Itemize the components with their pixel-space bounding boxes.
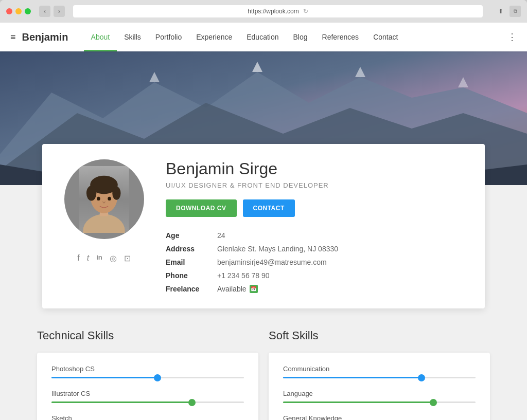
skill-photoshop: Photoshop CS — [51, 365, 244, 378]
skill-illustrator-dot[interactable] — [188, 399, 196, 406]
forward-button[interactable]: › — [54, 6, 65, 17]
instagram-icon[interactable]: ⊡ — [124, 253, 131, 263]
skill-illustrator-fill — [51, 401, 192, 403]
skill-language: Language — [283, 390, 476, 403]
nav-menu: About Skills Portfolio Experience Educat… — [84, 23, 507, 51]
svg-point-16 — [108, 196, 111, 200]
technical-skills-title: Technical Skills — [37, 329, 258, 342]
nav-item-references[interactable]: References — [315, 23, 366, 51]
profile-info: Age 24 Address Glenlake St. Mays Landing… — [166, 231, 464, 293]
nav-item-blog[interactable]: Blog — [286, 23, 315, 51]
skill-language-dot[interactable] — [430, 399, 437, 406]
skill-general-knowledge-label: General Knowledge — [283, 414, 476, 420]
address-label: Address — [166, 245, 217, 253]
freelance-value: Available 📅 — [217, 285, 464, 293]
skill-general-knowledge: General Knowledge — [283, 414, 476, 420]
skill-illustrator-bar[interactable] — [51, 401, 244, 403]
browser-chrome: ‹ › https://wplook.com ↻ ⬆ ⧉ — [0, 0, 527, 23]
skill-photoshop-bar[interactable] — [51, 377, 244, 378]
website-content: ≡ Benjamin About Skills Portfolio Experi… — [0, 23, 527, 420]
skill-communication-bar[interactable] — [283, 377, 476, 378]
skills-section: Technical Skills Photoshop CS Illustrato… — [0, 308, 527, 420]
profile-card: f t in ◎ ⊡ Benjamin Sirge UI/UX DESIGNER… — [42, 144, 485, 308]
more-menu-icon[interactable]: ⋮ — [507, 31, 517, 43]
technical-skills-block: Technical Skills Photoshop CS Illustrato… — [37, 329, 258, 420]
skill-photoshop-fill — [51, 377, 157, 378]
maximize-dot[interactable] — [25, 8, 31, 14]
phone-label: Phone — [166, 271, 217, 280]
browser-titlebar: ‹ › https://wplook.com ↻ ⬆ ⧉ — [0, 0, 527, 23]
skill-communication: Communication — [283, 365, 476, 378]
address-bar[interactable]: https://wplook.com ↻ — [73, 5, 483, 17]
email-label: Email — [166, 258, 217, 266]
nav-item-skills[interactable]: Skills — [117, 23, 148, 51]
profile-right: Benjamin Sirge UI/UX DESIGNER & FRONT EN… — [166, 159, 464, 293]
skill-language-bar[interactable] — [283, 401, 476, 403]
address-value: Glenlake St. Mays Landing, NJ 08330 — [217, 245, 464, 253]
age-label: Age — [166, 231, 217, 240]
url-text: https://wplook.com — [248, 8, 298, 15]
skill-communication-fill — [283, 377, 421, 378]
soft-skills-block: Soft Skills Communication Language — [269, 329, 490, 420]
soft-skills-title: Soft Skills — [269, 329, 490, 342]
skill-illustrator-label: Illustrator CS — [51, 390, 244, 397]
nav-item-education[interactable]: Education — [239, 23, 286, 51]
avatar — [64, 159, 144, 239]
skill-sketch: Sketch — [51, 414, 244, 420]
browser-actions: ⬆ ⧉ — [495, 6, 521, 17]
svg-point-13 — [86, 186, 97, 200]
svg-point-14 — [112, 186, 120, 199]
browser-nav: ‹ › — [39, 6, 65, 17]
nav-item-portfolio[interactable]: Portfolio — [148, 23, 189, 51]
skill-photoshop-label: Photoshop CS — [51, 365, 244, 373]
nav-item-contact[interactable]: Contact — [366, 23, 405, 51]
nav-item-experience[interactable]: Experience — [189, 23, 239, 51]
svg-point-15 — [97, 196, 100, 200]
close-dot[interactable] — [6, 8, 12, 14]
skill-communication-label: Communication — [283, 365, 476, 373]
calendar-icon: 📅 — [250, 285, 258, 293]
profile-section: f t in ◎ ⊡ Benjamin Sirge UI/UX DESIGNER… — [0, 144, 527, 308]
technical-skills-card: Photoshop CS Illustrator CS Sk — [37, 353, 258, 420]
skill-language-label: Language — [283, 390, 476, 397]
nav-item-about[interactable]: About — [84, 23, 117, 51]
brand-name[interactable]: Benjamin — [22, 31, 68, 43]
linkedin-icon[interactable]: in — [96, 253, 102, 263]
freelance-label: Freelance — [166, 285, 217, 293]
window-toggle-icon[interactable]: ⧉ — [510, 6, 521, 17]
skill-sketch-label: Sketch — [51, 414, 244, 420]
skill-illustrator: Illustrator CS — [51, 390, 244, 403]
reload-icon[interactable]: ↻ — [303, 8, 308, 15]
profile-name: Benjamin Sirge — [166, 159, 464, 178]
avatar-image — [73, 166, 135, 233]
twitter-icon[interactable]: t — [87, 253, 89, 263]
social-links: f t in ◎ ⊡ — [77, 253, 130, 263]
soft-skills-card: Communication Language General — [269, 353, 490, 420]
profile-job-title: UI/UX DESIGNER & FRONT END DEVELOPER — [166, 181, 464, 189]
skill-language-fill — [283, 401, 433, 403]
navbar: ≡ Benjamin About Skills Portfolio Experi… — [0, 23, 527, 51]
email-value: benjaminsirje49@matresume.com — [217, 258, 464, 266]
download-cv-button[interactable]: DOWNLOAD CV — [166, 199, 237, 217]
contact-button[interactable]: CONTACT — [243, 199, 295, 217]
browser-dots — [6, 8, 31, 14]
minimize-dot[interactable] — [15, 8, 22, 14]
back-button[interactable]: ‹ — [39, 6, 50, 17]
facebook-icon[interactable]: f — [77, 253, 79, 263]
profile-left: f t in ◎ ⊡ — [63, 159, 145, 263]
share-icon[interactable]: ⬆ — [495, 6, 506, 17]
phone-value: +1 234 56 78 90 — [217, 271, 464, 280]
skill-communication-dot[interactable] — [418, 374, 425, 381]
hamburger-icon[interactable]: ≡ — [10, 32, 16, 43]
age-value: 24 — [217, 231, 464, 240]
skill-photoshop-dot[interactable] — [154, 374, 161, 381]
profile-buttons: DOWNLOAD CV CONTACT — [166, 199, 464, 217]
dribbble-icon[interactable]: ◎ — [110, 253, 117, 263]
